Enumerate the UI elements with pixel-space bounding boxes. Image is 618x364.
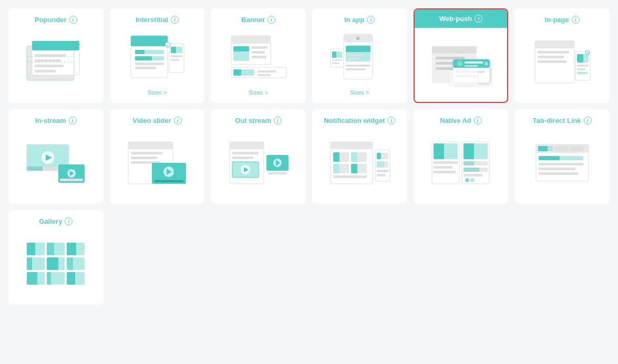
svg-rect-172 bbox=[67, 272, 75, 285]
card-title-instream: In-streami bbox=[35, 117, 77, 124]
svg-rect-125 bbox=[377, 161, 384, 168]
svg-rect-151 bbox=[539, 156, 560, 160]
svg-rect-84 bbox=[27, 167, 43, 171]
info-icon-instream[interactable]: i bbox=[69, 117, 77, 124]
svg-point-39 bbox=[356, 37, 359, 40]
svg-rect-48 bbox=[332, 51, 336, 58]
svg-rect-5 bbox=[35, 65, 64, 67]
svg-rect-158 bbox=[47, 243, 54, 255]
card-image-inpage: ✕ bbox=[522, 28, 602, 96]
label-webpush: Web-push bbox=[439, 15, 472, 23]
svg-rect-11 bbox=[131, 36, 168, 46]
info-icon-videoslider[interactable]: i bbox=[174, 117, 182, 124]
svg-text:✕: ✕ bbox=[586, 51, 589, 55]
svg-rect-120 bbox=[333, 175, 367, 178]
card-image-nativead bbox=[421, 129, 501, 196]
card-image-notificationwidget bbox=[320, 129, 400, 196]
info-icon-webpush[interactable]: i bbox=[475, 15, 482, 23]
card-webpush[interactable]: Web-pushi ✕ bbox=[414, 8, 509, 103]
card-popunder[interactable]: Popunderi bbox=[8, 8, 104, 103]
svg-rect-138 bbox=[464, 161, 474, 165]
svg-text:✕: ✕ bbox=[485, 63, 487, 66]
svg-rect-17 bbox=[135, 67, 156, 69]
svg-rect-130 bbox=[434, 143, 444, 159]
svg-rect-36 bbox=[258, 74, 271, 76]
card-tabdirect[interactable]: Tab-direct Linki bbox=[514, 109, 610, 204]
card-outstream[interactable]: Out streami bbox=[211, 109, 306, 204]
card-title-banner: Banneri bbox=[241, 16, 275, 24]
svg-rect-147 bbox=[538, 146, 548, 151]
svg-rect-156 bbox=[27, 243, 35, 255]
card-videoslider[interactable]: Video slideri bbox=[110, 109, 205, 204]
card-banner[interactable]: Banneri Sizes > bbox=[211, 8, 306, 103]
svg-rect-43 bbox=[348, 58, 359, 60]
svg-rect-31 bbox=[252, 56, 266, 58]
svg-rect-22 bbox=[171, 59, 179, 61]
label-instream: In-stream bbox=[35, 117, 66, 124]
info-icon-gallery[interactable]: i bbox=[65, 217, 73, 225]
svg-rect-154 bbox=[539, 172, 578, 175]
label-popunder: Popunder bbox=[35, 16, 67, 24]
label-gallery: Gallery bbox=[39, 217, 62, 225]
svg-rect-52 bbox=[432, 46, 477, 54]
svg-rect-42 bbox=[348, 54, 364, 56]
svg-rect-20 bbox=[171, 47, 176, 53]
card-inpage[interactable]: In-pagei ✕ bbox=[514, 8, 610, 103]
card-image-videoslider bbox=[117, 129, 198, 196]
info-icon-interstitial[interactable]: i bbox=[171, 16, 179, 24]
card-notificationwidget[interactable]: Notification widgeti bbox=[312, 109, 407, 204]
svg-rect-78 bbox=[577, 72, 588, 74]
svg-rect-6 bbox=[35, 70, 56, 72]
svg-rect-113 bbox=[333, 152, 339, 162]
svg-rect-92 bbox=[131, 157, 157, 159]
svg-rect-35 bbox=[258, 70, 276, 72]
svg-rect-127 bbox=[377, 174, 385, 176]
svg-rect-164 bbox=[47, 257, 58, 270]
card-title-videoslider: Video slideri bbox=[132, 117, 181, 124]
svg-rect-15 bbox=[135, 56, 152, 60]
info-icon-tabdirect[interactable]: i bbox=[584, 117, 592, 124]
svg-rect-109 bbox=[268, 172, 287, 174]
svg-rect-50 bbox=[332, 63, 339, 64]
sizes-link-inapp[interactable]: Sizes > bbox=[350, 89, 369, 96]
sizes-link-banner[interactable]: Sizes > bbox=[249, 89, 267, 96]
ad-format-grid: Popunderi Interstitiali bbox=[8, 8, 610, 305]
card-instream[interactable]: In-streami bbox=[8, 109, 104, 204]
card-title-notificationwidget: Notification widgeti bbox=[324, 117, 395, 124]
info-icon-nativead[interactable]: i bbox=[474, 117, 482, 124]
svg-rect-117 bbox=[333, 164, 339, 173]
sizes-link-interstitial[interactable]: Sizes > bbox=[148, 89, 167, 96]
svg-rect-26 bbox=[231, 36, 271, 44]
svg-rect-30 bbox=[252, 51, 265, 54]
svg-rect-68 bbox=[538, 51, 569, 54]
svg-rect-160 bbox=[67, 243, 76, 255]
label-outstream: Out stream bbox=[235, 117, 271, 124]
info-icon-outstream[interactable]: i bbox=[274, 117, 282, 124]
svg-rect-70 bbox=[538, 60, 566, 63]
info-icon-inapp[interactable]: i bbox=[367, 16, 375, 24]
info-icon-popunder[interactable]: i bbox=[69, 16, 77, 24]
card-nativead[interactable]: Native Adi bbox=[414, 109, 509, 204]
svg-rect-170 bbox=[47, 272, 51, 285]
svg-rect-2 bbox=[32, 41, 79, 50]
svg-rect-41 bbox=[346, 46, 370, 52]
svg-point-58 bbox=[457, 61, 462, 66]
info-icon-notificationwidget[interactable]: i bbox=[387, 117, 395, 124]
card-gallery[interactable]: Galleryi bbox=[8, 210, 104, 305]
svg-rect-60 bbox=[465, 65, 478, 67]
svg-rect-49 bbox=[332, 59, 342, 61]
info-icon-banner[interactable]: i bbox=[267, 16, 275, 24]
svg-rect-162 bbox=[27, 257, 32, 270]
card-image-banner bbox=[218, 28, 298, 85]
svg-point-142 bbox=[465, 178, 469, 182]
svg-rect-16 bbox=[135, 63, 164, 65]
svg-rect-132 bbox=[434, 166, 452, 169]
svg-point-143 bbox=[470, 178, 475, 182]
card-inapp[interactable]: In appi Sizes > bbox=[312, 8, 407, 103]
svg-rect-97 bbox=[154, 180, 183, 182]
svg-rect-119 bbox=[351, 164, 357, 173]
card-title-webpush: Web-pushi bbox=[415, 9, 508, 28]
card-interstitial[interactable]: Interstitiali ✕ Sizes > bbox=[110, 8, 205, 103]
info-icon-inpage[interactable]: i bbox=[572, 16, 580, 24]
svg-rect-90 bbox=[128, 142, 173, 149]
